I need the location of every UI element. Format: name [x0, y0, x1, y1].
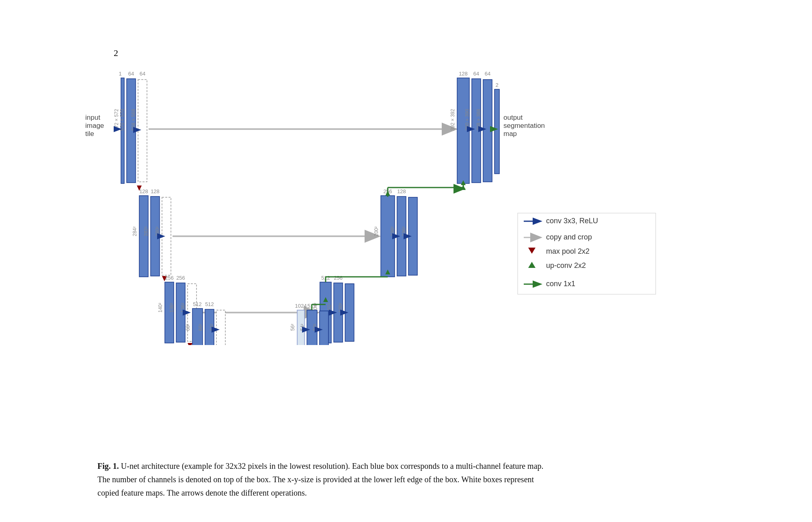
- svg-text:128: 128: [151, 188, 160, 194]
- svg-text:1024: 1024: [295, 303, 307, 309]
- svg-text:136²: 136²: [180, 303, 186, 313]
- svg-text:128: 128: [139, 188, 148, 194]
- svg-text:64: 64: [140, 71, 145, 77]
- svg-marker-121: [528, 248, 536, 254]
- svg-text:66²: 66²: [198, 324, 203, 331]
- svg-text:input: input: [85, 114, 100, 121]
- svg-rect-87: [216, 310, 225, 345]
- svg-text:64²: 64²: [209, 324, 215, 331]
- svg-text:64: 64: [128, 71, 134, 77]
- svg-text:2: 2: [495, 82, 498, 88]
- svg-text:196²: 196²: [401, 226, 407, 236]
- svg-text:282²: 282²: [143, 226, 149, 236]
- svg-text:568 × 568: 568 × 568: [131, 109, 136, 131]
- svg-text:138²: 138²: [169, 303, 175, 313]
- svg-text:140²: 140²: [158, 303, 163, 313]
- svg-text:512: 512: [193, 301, 202, 307]
- svg-text:68²: 68²: [185, 324, 191, 331]
- svg-rect-2: [138, 80, 147, 182]
- caption-bold: Fig. 1.: [97, 462, 119, 470]
- svg-text:up-conv 2x2: up-conv 2x2: [546, 261, 586, 270]
- svg-text:256: 256: [165, 275, 174, 281]
- svg-text:copy and crop: copy and crop: [546, 233, 592, 241]
- svg-text:570 × 570: 570 × 570: [119, 109, 125, 131]
- svg-text:390 × 390: 390 × 390: [464, 109, 470, 131]
- svg-text:map: map: [503, 130, 517, 138]
- figure-caption: Fig. 1. U-net architecture (example for …: [97, 459, 552, 500]
- svg-text:54²: 54²: [300, 324, 305, 331]
- svg-text:198²: 198²: [390, 226, 395, 236]
- svg-rect-73: [345, 284, 354, 341]
- svg-text:256: 256: [334, 275, 343, 281]
- svg-text:64: 64: [473, 71, 479, 77]
- svg-text:max pool 2x2: max pool 2x2: [546, 247, 590, 255]
- svg-text:200²: 200²: [374, 226, 379, 236]
- svg-text:388 × 388: 388 × 388: [476, 109, 482, 131]
- svg-text:1: 1: [119, 71, 121, 77]
- svg-text:56²: 56²: [290, 324, 296, 331]
- svg-text:segmentation: segmentation: [503, 122, 545, 129]
- svg-rect-48: [408, 197, 417, 275]
- svg-text:64: 64: [485, 71, 490, 77]
- svg-rect-18: [495, 89, 499, 174]
- svg-text:tile: tile: [85, 130, 94, 138]
- svg-rect-17: [483, 80, 492, 182]
- svg-text:conv 3x3, ReLU: conv 3x3, ReLU: [546, 217, 598, 225]
- svg-text:512: 512: [205, 301, 214, 307]
- svg-text:392 × 392: 392 × 392: [450, 109, 456, 131]
- caption-text: U-net architecture (example for 32x32 pi…: [97, 462, 544, 497]
- svg-text:256: 256: [176, 275, 185, 281]
- svg-text:280²: 280²: [155, 226, 160, 236]
- svg-text:128: 128: [397, 188, 406, 194]
- svg-text:572 × 572: 572 × 572: [114, 109, 119, 131]
- svg-text:image: image: [85, 122, 104, 129]
- svg-text:100²: 100²: [338, 303, 343, 313]
- svg-text:128: 128: [459, 71, 468, 77]
- svg-marker-84: [188, 343, 192, 345]
- svg-rect-106: [320, 311, 328, 345]
- svg-marker-123: [528, 262, 536, 268]
- svg-text:conv 1x1: conv 1x1: [546, 280, 575, 288]
- page-number: 2: [114, 48, 118, 58]
- svg-text:284²: 284²: [132, 226, 138, 236]
- unet-diagram: 1 64 64 572 × 572 570 × 570 568 × 568 in…: [73, 61, 739, 345]
- svg-text:52²: 52²: [312, 324, 318, 331]
- svg-text:output: output: [503, 114, 523, 121]
- svg-rect-38: [162, 197, 171, 275]
